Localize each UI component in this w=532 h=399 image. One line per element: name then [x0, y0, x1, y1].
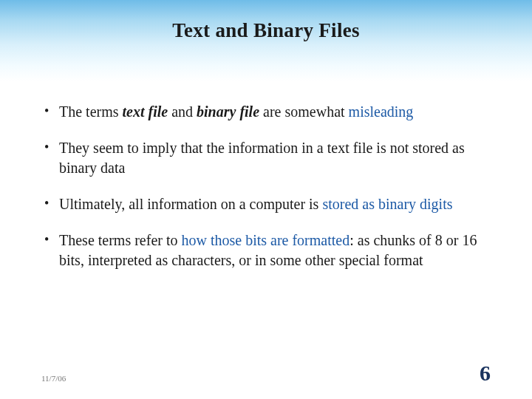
- text: and: [168, 103, 197, 120]
- bullet-item: Ultimately, all information on a compute…: [41, 194, 491, 214]
- bullet-list: The terms text file and binary file are …: [41, 102, 491, 270]
- footer: 11/7/06 6: [0, 361, 532, 386]
- highlight: how those bits are formatted: [181, 232, 349, 248]
- header-band: Text and Binary Files: [0, 0, 532, 81]
- page-number: 6: [480, 361, 491, 386]
- bullet-item: They seem to imply that the information …: [41, 138, 491, 178]
- slide-content: The terms text file and binary file are …: [0, 81, 532, 270]
- text: These terms refer to: [59, 232, 181, 248]
- bullet-item: These terms refer to how those bits are …: [41, 231, 491, 270]
- highlight: stored as binary digits: [322, 196, 452, 212]
- emphasis: text file: [123, 103, 168, 120]
- text: Ultimately, all information on a compute…: [59, 196, 322, 212]
- text: are somewhat: [259, 103, 349, 120]
- slide-title: Text and Binary Files: [172, 19, 360, 42]
- bullet-item: The terms text file and binary file are …: [41, 102, 491, 122]
- text: The terms: [59, 103, 123, 120]
- highlight: misleading: [349, 103, 414, 120]
- footer-date: 11/7/06: [41, 374, 66, 383]
- text: They seem to imply that the information …: [59, 140, 465, 176]
- emphasis: binary file: [197, 103, 259, 120]
